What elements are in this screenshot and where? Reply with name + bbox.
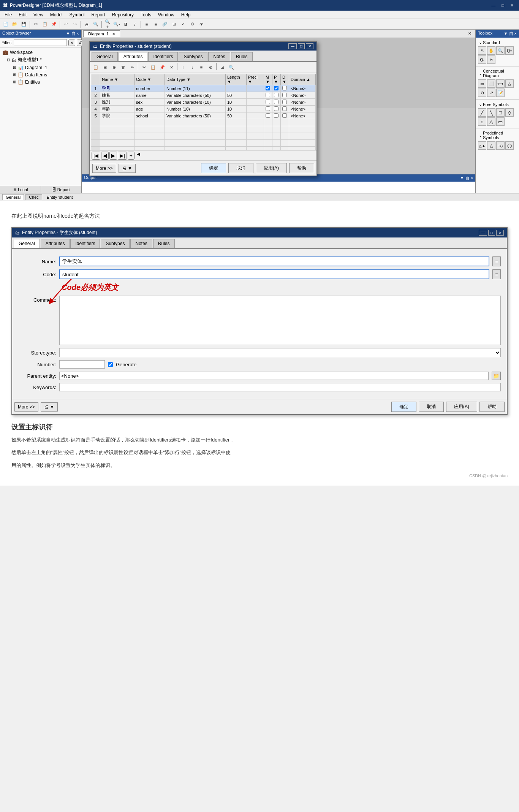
menu-symbol[interactable]: Symbol [66,11,88,18]
tab-subtypes-bottom[interactable]: Subtypes [101,239,130,248]
diagram-tab-active[interactable]: Diagram_1 ✕ [83,30,120,37]
menu-tools[interactable]: Tools [138,11,154,18]
toolbar-find[interactable]: 🔍 [92,20,100,28]
row-d-3[interactable] [280,99,289,106]
tree-dataitems[interactable]: ⊞ 📋 Data Items [1,71,81,78]
dialog-bottom-min[interactable]: — [479,230,487,236]
row-preci-1[interactable] [246,85,264,92]
chk-d-3[interactable] [282,100,287,104]
row-p-3[interactable] [272,99,280,106]
tab-general[interactable]: General [92,52,118,61]
row-code-2[interactable]: name [134,92,165,99]
dialog-top-close[interactable]: ✕ [306,43,313,49]
row-domain-2[interactable]: <None> [289,92,315,99]
row-datatype-2[interactable]: Variable characters (50) [165,92,226,99]
diagram-tab-close[interactable]: ✕ [112,32,115,36]
tab-notes[interactable]: Notes [208,52,230,61]
code-input[interactable] [59,269,489,279]
tool-pre4[interactable]: ◯ [505,141,514,150]
toolbar-copy[interactable]: 📋 [41,20,49,28]
menu-window[interactable]: Window [155,11,177,18]
close-btn[interactable]: ✕ [508,2,516,9]
row-datatype-5[interactable]: Variable characters (50) [165,112,226,119]
tab-subtypes[interactable]: Subtypes [179,52,207,61]
nav-scroll[interactable]: ◀ [137,152,140,160]
attr-edit-btn[interactable]: ✏ [128,63,136,71]
col-domain[interactable]: Domain ▲ [289,74,315,85]
row-length-2[interactable]: 50 [226,92,247,99]
toolbar-undo[interactable]: ↩ [62,20,70,28]
row-preci-5[interactable] [246,112,264,119]
toolbar-italic[interactable]: I [131,20,139,28]
attr-cut-btn[interactable]: ✂ [140,63,148,71]
attr-paste-btn[interactable]: 📌 [158,63,166,71]
tab-rules[interactable]: Rules [231,52,253,61]
row-datatype-1[interactable]: Number (11) [165,85,226,92]
chk-p-5[interactable] [274,113,278,118]
row-domain-5[interactable]: <None> [289,112,315,119]
row-length-3[interactable]: 10 [226,99,247,106]
help-button-top[interactable]: 帮助 [289,163,314,173]
toolbar-bold[interactable]: B [122,20,130,28]
row-code-3[interactable]: sex [134,99,165,106]
toolbox-predefined-header[interactable]: ⌄ Predefined Symbols [477,130,517,141]
row-d-5[interactable] [280,112,289,119]
tool-backslash[interactable]: ╲ [487,108,495,117]
row-length-5[interactable]: 50 [226,112,247,119]
row-p-2[interactable] [272,92,280,99]
col-datatype[interactable]: Data Type ▼ [165,74,226,85]
cancel-button-bottom[interactable]: 取消 [419,402,444,412]
attr-down-btn[interactable]: ↓ [188,63,196,71]
tool-triangle[interactable]: △ [487,117,495,126]
tree-workspace[interactable]: 💼 Workspace [1,49,81,56]
menu-file[interactable]: File [2,11,15,18]
tab-general-bottom[interactable]: General [14,239,40,248]
toolbox-conceptual-header[interactable]: ⌄ Conceptual Diagram [477,68,517,79]
attr-up-btn[interactable]: ↑ [179,63,187,71]
tab-attributes-bottom[interactable]: Attributes [41,239,70,248]
attr-select-btn[interactable]: ≡ [197,63,206,71]
menu-help[interactable]: Help [178,11,194,18]
code-eq-btn[interactable]: = [492,269,501,279]
row-domain-1[interactable]: <None> [289,85,315,92]
parent-input[interactable] [59,372,489,380]
toolbox-dock[interactable]: ▼ 自 × [504,31,517,36]
tool-box[interactable]: □ [496,108,505,117]
row-preci-3[interactable] [246,99,264,106]
toolbar-zoom-in[interactable]: 🔍+ [103,20,112,28]
row-name-3[interactable]: 性别 [100,99,134,106]
tool-entity[interactable]: ▭ [478,79,486,88]
toolbar-cut[interactable]: ✂ [32,20,40,28]
tool-cut[interactable]: ✂ [487,55,495,64]
row-p-1[interactable] [272,85,280,92]
object-browser-dock[interactable]: ▼ 自 × [66,31,79,36]
nav-next[interactable]: ▶ [109,152,117,160]
number-input[interactable] [59,360,105,369]
tree-model[interactable]: ⊟ 🗂 概念模型1 * [1,56,81,64]
col-m[interactable]: M ▼ [264,74,272,85]
menu-view[interactable]: View [30,11,46,18]
col-code[interactable]: Code ▼ [134,74,165,85]
diagram-close-all[interactable]: ✕ [466,30,474,37]
row-name-4[interactable]: 年龄 [100,106,134,112]
attr-copy-btn[interactable]: 📋 [149,63,157,71]
tab-notes-bottom[interactable]: Notes [130,239,152,248]
attr-filter-btn[interactable]: ⊿ [218,63,226,71]
attr-delete-btn[interactable]: 🗑 [119,63,127,71]
print-button-bottom[interactable]: 🖨 ▼ [41,402,58,412]
row-p-4[interactable] [272,106,280,112]
attr-find-btn[interactable]: 🔍 [227,63,236,71]
menu-report[interactable]: Report [89,11,108,18]
col-p[interactable]: P ▼ [272,74,280,85]
row-m-5[interactable] [264,112,272,119]
chk-p-3[interactable] [274,100,278,104]
chk-m-5[interactable] [266,113,270,118]
toolbar-save[interactable]: 💾 [20,20,28,28]
tool-rect2[interactable]: ▭ [496,117,505,126]
menu-model[interactable]: Model [47,11,66,18]
row-m-4[interactable] [264,106,272,112]
chk-d-2[interactable] [282,93,287,97]
menu-repository[interactable]: Repository [109,11,137,18]
stereotype-select[interactable] [59,348,501,357]
tool-pre1[interactable]: △▲ [478,141,486,150]
